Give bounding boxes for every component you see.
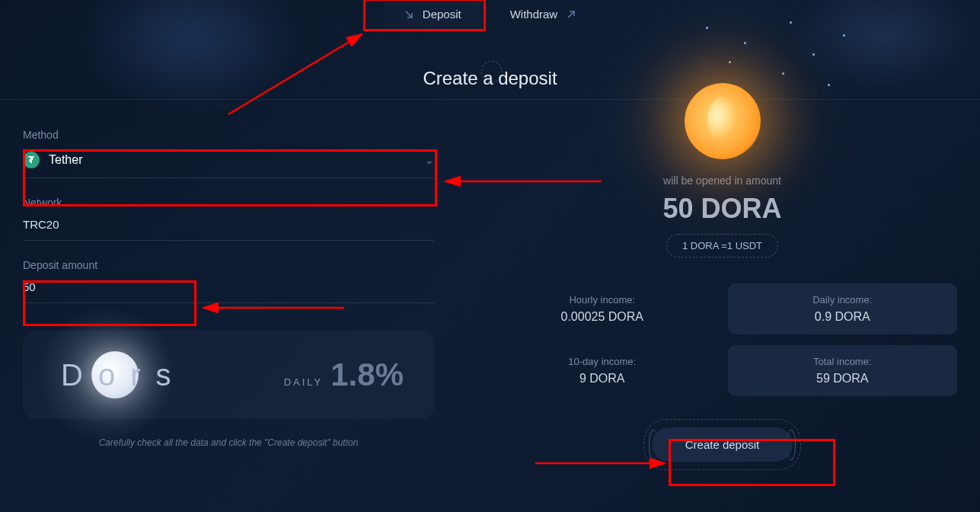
tab-deposit[interactable]: Deposit — [385, 0, 481, 28]
amount-input[interactable] — [23, 277, 434, 303]
button-decoration — [787, 430, 796, 460]
create-deposit-button[interactable]: Create deposit — [652, 427, 793, 462]
hourly-income-value: 0.00025 DORA — [503, 310, 702, 324]
network-value: TRC20 — [23, 215, 434, 241]
method-label: Method — [23, 129, 434, 141]
tab-withdraw[interactable]: Withdraw — [490, 0, 596, 28]
sun-icon — [685, 83, 761, 159]
arrow-up-right-icon — [567, 10, 576, 19]
method-value: Tether — [49, 153, 82, 167]
network-field-group: Network TRC20 — [23, 197, 434, 241]
amount-field-group: Deposit amount — [23, 259, 434, 303]
total-income-cell: Total income: 59 DORA — [728, 345, 958, 396]
daily-income-label: Daily income: — [743, 294, 943, 306]
tenday-income-cell: 10-day income: 9 DORA — [487, 345, 717, 396]
method-select[interactable]: ₮ Tether ⌄ — [23, 147, 434, 178]
hourly-income-cell: Hourly income: 0.00025 DORA — [487, 283, 717, 334]
daily-rate-badge: DAILY 1.8% — [284, 357, 404, 393]
opened-label: will be opened in amount — [663, 174, 781, 187]
plan-card: Dors DAILY 1.8% — [23, 331, 434, 419]
dora-amount: 50 DORA — [662, 193, 781, 225]
tab-deposit-label: Deposit — [423, 8, 461, 21]
hourly-income-label: Hourly income: — [503, 294, 702, 306]
plan-name: Dors — [61, 358, 186, 392]
daily-income-cell: Daily income: 0.9 DORA — [728, 283, 958, 334]
main-content: Method ₮ Tether ⌄ Network TRC20 Deposit … — [0, 89, 980, 470]
tether-icon: ₮ — [23, 152, 40, 168]
create-button-wrapper: Create deposit — [643, 419, 802, 470]
daily-rate: 1.8% — [330, 357, 404, 393]
total-income-label: Total income: — [743, 356, 943, 367]
daily-label: DAILY — [284, 376, 324, 388]
summary-panel: will be opened in amount 50 DORA 1 DORA … — [487, 83, 957, 470]
amount-label: Deposit amount — [23, 259, 434, 271]
daily-income-value: 0.9 DORA — [743, 310, 943, 324]
chevron-down-icon: ⌄ — [425, 154, 434, 166]
tab-withdraw-label: Withdraw — [510, 8, 558, 21]
top-tabs: Deposit Withdraw — [0, 0, 980, 28]
conversion-badge: 1 DORA =1 USDT — [666, 234, 778, 258]
deposit-form: Method ₮ Tether ⌄ Network TRC20 Deposit … — [23, 129, 434, 470]
tenday-income-label: 10-day income: — [503, 356, 702, 367]
arrow-down-right-icon — [404, 10, 413, 19]
method-field-group: Method ₮ Tether ⌄ — [23, 129, 434, 178]
income-grid: Hourly income: 0.00025 DORA Daily income… — [487, 283, 957, 396]
network-label: Network — [23, 197, 434, 209]
tenday-income-value: 9 DORA — [503, 372, 702, 386]
total-income-value: 59 DORA — [743, 372, 943, 386]
